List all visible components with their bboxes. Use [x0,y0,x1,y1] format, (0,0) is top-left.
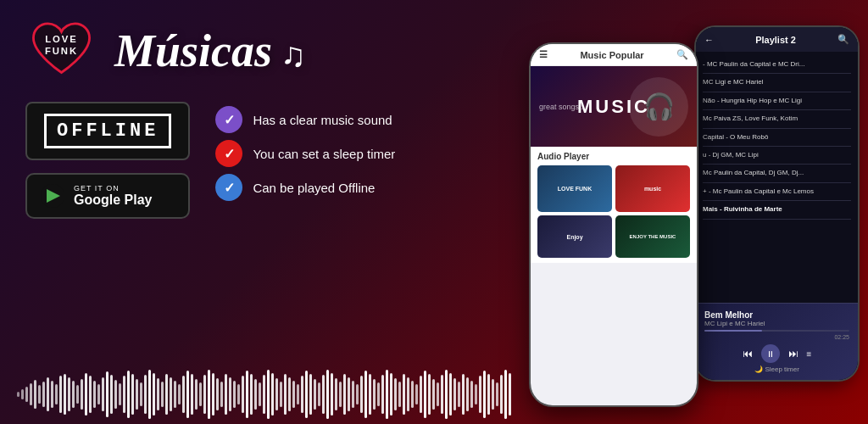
waveform-bar [242,376,244,412]
waveform-bar [110,375,113,413]
checkbox-clear-music: ✓ [215,106,242,133]
feature-item-clear-music: ✓ Has a clear music sound [215,106,395,133]
album-thumb-enjoy1[interactable]: Enjoy [537,215,612,258]
waveform-bar [212,373,214,416]
now-playing-bar: Bem Melhor MC Lipi e MC Hariel 02:25 ⏮ ⏸ [696,303,858,380]
waveform-bar [55,384,58,404]
waveform-bar [292,381,295,409]
waveform-bar [229,377,231,411]
waveform-bar [51,381,53,409]
get-it-on-label: GET IT ON [74,184,152,192]
waveform-bar [483,371,486,418]
menu-button[interactable]: ≡ [807,349,812,359]
waveform-bar [420,376,422,412]
waveform-bar [119,383,121,405]
waveform-bar [246,371,248,418]
waveform-bar [504,370,507,419]
waveform-bar [509,373,511,416]
waveform-bar [216,378,219,411]
playlist-item-2[interactable]: MC Ligi e MC Hariel [703,74,851,92]
waveform-bar [131,374,134,414]
prev-button[interactable]: ⏮ [743,348,753,360]
checkbox-sleep-timer: ✓ [215,140,242,167]
waveform-bar [470,381,473,409]
sleep-timer-label: 🌙 Sleep timer [704,365,849,373]
waveform-bar [81,379,83,410]
progress-fill [704,330,762,332]
now-playing-controls: ⏮ ⏸ ⏭ ≡ [704,344,849,363]
waveform-bar [25,387,28,403]
waveform-bar [203,375,206,413]
waveform-bar [496,382,498,406]
waveform-bar [339,382,342,408]
feature-item-offline-play: ✓ Can be played Offline [215,174,395,201]
playlist-item-6[interactable]: u - Dj GM, MC Lipi [703,147,851,165]
now-playing-artist: MC Lipi e MC Hariel [704,320,849,327]
waveform-bar [288,377,291,411]
checkmark-icon: ✓ [224,112,235,128]
playlist-item-5[interactable]: Capital - O Meu Robô [703,129,851,147]
album-thumb-1[interactable]: LOVE FUNK [537,165,612,212]
waveform-bar [233,381,236,409]
album-grid: LOVE FUNK music [537,165,690,212]
phone-front: ☰ Music Popular 🔍 great songs... MUSIC 🎧 [529,42,698,407]
svg-text:FUNK: FUNK [45,46,78,56]
offline-badge: OFFLINE [25,102,190,160]
waveform-bar [254,379,257,410]
waveform-container [0,365,512,424]
playlist-item-1[interactable]: - MC Paulin da Capital e MC Dri... [703,56,851,74]
waveform-bar [445,370,448,419]
playlist-item-7[interactable]: Mc Paulin da Capital, Dj GM, Dj... [703,165,851,182]
waveform-bar [284,374,287,414]
search-icon: 🔍 [837,34,849,45]
timestamp: 02:25 [834,334,849,340]
waveform-bar [343,374,346,414]
music-note-icon: ♫ [272,36,306,74]
phone-wrapper: ← Playlist 2 🔍 - MC Paulin da Capital e … [512,17,868,424]
waveform-bar [487,374,490,414]
waveform-bar [360,376,363,412]
album-thumb-enjoy2[interactable]: ENJOY THE MUSIC [615,215,690,258]
waveform-bar [424,371,426,418]
next-button[interactable]: ⏭ [788,348,798,360]
playlist-screen: ← Playlist 2 🔍 - MC Paulin da Capital e … [696,27,858,380]
waveform-bar [364,371,367,418]
playlist-item-9[interactable]: Mais - Ruivinha de Marte [703,201,851,219]
waveform-bar [157,378,159,411]
waveform-bar [415,384,418,404]
album-thumb-2[interactable]: music [615,165,690,212]
waveform-bar [335,378,337,411]
waveform-bar [85,373,87,416]
play-pause-button[interactable]: ⏸ [761,344,780,363]
waveform-bar [178,384,181,404]
waveform-bar [174,381,176,409]
waveform-bar [127,371,130,418]
playlist-item-8[interactable]: + - Mc Paulin da Capital e Mc Lemos [703,183,851,201]
waveform-bar [153,373,155,416]
waveform-bar [38,385,41,404]
waveform-bar [458,382,460,408]
waveform-bar [398,382,401,408]
playlist-title: Playlist 2 [755,35,796,45]
playlist-item-4[interactable]: Mc Paiva ZS, Love Funk, Kotim [703,110,851,128]
waveform-bar [89,376,92,412]
waveform-bar [102,377,104,411]
offline-section: OFFLINE GET IT ON Google Play [25,102,190,219]
waveform-bar [373,379,376,410]
waveform-bar [136,379,138,410]
now-playing-title: Bem Melhor [704,310,849,320]
waveform-bar [441,375,443,413]
waveform-bar [407,377,409,411]
waveform-bar [280,382,282,408]
main-container: LOVE FUNK Músicas ♫ OFFLINE [0,0,868,424]
waveform-bar [17,392,19,397]
feature-label-sleep-timer: You can set a sleep timer [253,147,395,161]
playlist-item-3[interactable]: Não - Hungria Hip Hop e MC Ligi [703,92,851,110]
google-play-label: Google Play [74,192,152,208]
waveform-bar [326,370,329,419]
waveform-bar [165,374,168,414]
feature-label-offline-play: Can be played Offline [253,181,375,195]
google-play-badge[interactable]: GET IT ON Google Play [25,173,190,219]
waveform-bar [76,385,79,404]
waveform-bar [475,384,477,404]
